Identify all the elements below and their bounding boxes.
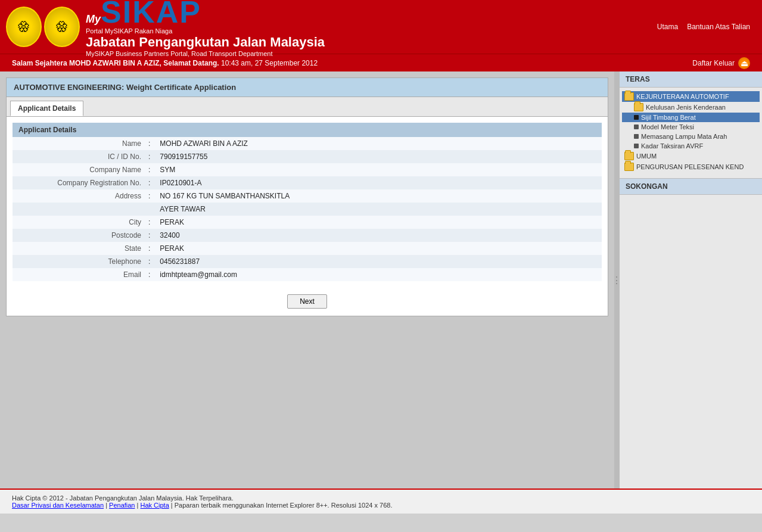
address-value1: NO 167 KG TUN SAMBANTHANSKITLA <box>155 189 602 203</box>
main-layout: AUTOMOTIVE ENGINEERING: Weight Certifica… <box>0 71 762 489</box>
sikap-title-row: My SIKAP <box>86 0 325 27</box>
table-row: Company Registration No. : IP0210901-A <box>13 176 602 189</box>
sikap-brand: My SIKAP Portal MySIKAP Rakan Niaga Jaba… <box>86 0 325 57</box>
name-label: Name <box>13 137 144 150</box>
pengurusan-label: PENGURUSAN PELESENAN KEND <box>636 163 744 170</box>
emblem-1: 🏵 <box>6 7 42 47</box>
bantuan-link[interactable]: Bantuan Atas Talian <box>687 23 750 31</box>
memasang-label: Memasang Lampu Mata Arah <box>641 133 727 140</box>
resize-handle[interactable] <box>614 71 619 489</box>
footer-link-dasar[interactable]: Dasar Privasi dan Keselamatan <box>12 502 104 509</box>
kadar-label: Kadar Taksiran AVRF <box>641 142 703 150</box>
company-reg-label: Company Registration No. <box>13 176 144 189</box>
table-row: Name : MOHD AZWARI BIN A AZIZ <box>13 137 602 150</box>
postcode-label: Postcode <box>13 229 144 242</box>
sidebar-tree: KEJURUTERAAN AUTOMOTIF Kelulusan Jenis K… <box>620 88 762 176</box>
daftar-keluar-label: Daftar Keluar <box>692 59 735 67</box>
header-right: Utama Bantuan Atas Talian <box>657 23 762 31</box>
email-value: idmhtpteam@gmail.com <box>155 268 602 281</box>
sidebar-item-kadar[interactable]: Kadar Taksiran AVRF <box>622 141 760 151</box>
emblem-2: 🏵 <box>44 7 80 47</box>
bullet-icon-sijil <box>634 115 639 120</box>
table-row: Address : NO 167 KG TUN SAMBANTHANSKITLA <box>13 189 602 203</box>
header: 🏵 🏵 My SIKAP Portal MySIKAP Rakan Niaga … <box>0 0 762 54</box>
telephone-label: Telephone <box>13 255 144 268</box>
company-name-value: SYM <box>155 163 602 176</box>
footer-links: Dasar Privasi dan Keselamatan | Penafian… <box>12 502 750 509</box>
daftar-icon: ⏏ <box>738 57 750 69</box>
company-reg-value: IP0210901-A <box>155 176 602 189</box>
state-label: State <box>13 242 144 255</box>
footer-browser-note: | Paparan terbaik menggunakan Internet E… <box>171 502 393 509</box>
footer-link-hakcipta[interactable]: Hak Cipta <box>140 502 169 509</box>
address-label: Address <box>13 189 144 203</box>
footer-copyright: Hak Cipta © 2012 - Jabatan Pengangkutan … <box>12 494 750 502</box>
sidebar: TERAS KEJURUTERAAN AUTOMOTIF Kelulusan J… <box>619 71 762 489</box>
sidebar-item-model[interactable]: Model Meter Teksi <box>622 122 760 132</box>
dept-subtitle: MySIKAP Business Partners Portal, Road T… <box>86 50 325 57</box>
portal-line1: Portal MySIKAP Rakan Niaga <box>86 27 325 35</box>
email-label: Email <box>13 268 144 281</box>
table-row: IC / ID No. : 790919157755 <box>13 150 602 163</box>
form-title: AUTOMOTIVE ENGINEERING: Weight Certifica… <box>7 78 608 97</box>
applicant-data-table: Name : MOHD AZWARI BIN A AZIZ IC / ID No… <box>13 137 602 281</box>
next-button[interactable]: Next <box>287 294 327 309</box>
dept-name: Jabatan Pengangkutan Jalan Malaysia <box>86 35 325 50</box>
name-value: MOHD AZWARI BIN A AZIZ <box>155 137 602 150</box>
section-header: Applicant Details <box>13 123 602 137</box>
table-row: Telephone : 0456231887 <box>13 255 602 268</box>
header-left: 🏵 🏵 My SIKAP Portal MySIKAP Rakan Niaga … <box>0 0 325 57</box>
tabs-bar: Applicant Details <box>7 97 608 117</box>
greeting-text: Salam Sejahtera MOHD AZWARI BIN A AZIZ, … <box>12 59 318 67</box>
sidebar-item-umum[interactable]: UMUM <box>622 151 760 161</box>
table-row: Company Name : SYM <box>13 163 602 176</box>
form-container: AUTOMOTIVE ENGINEERING: Weight Certifica… <box>6 77 608 316</box>
sijil-label: Sijil Timbang Berat <box>641 114 696 121</box>
folder-open-icon <box>624 92 634 101</box>
folder-icon-umum <box>624 152 634 160</box>
postcode-value: 32400 <box>155 229 602 242</box>
greeting-name: Salam Sejahtera MOHD AZWARI BIN A AZIZ, … <box>12 59 219 67</box>
ic-label: IC / ID No. <box>13 150 144 163</box>
company-name-label: Company Name <box>13 163 144 176</box>
content-area: AUTOMOTIVE ENGINEERING: Weight Certifica… <box>0 71 614 489</box>
table-row: City : PERAK <box>13 216 602 229</box>
tab-applicant-details[interactable]: Applicant Details <box>10 101 83 116</box>
bullet-icon-memasang <box>634 134 639 139</box>
my-label: My <box>86 13 101 26</box>
table-row: Email : idmhtpteam@gmail.com <box>13 268 602 281</box>
model-label: Model Meter Teksi <box>641 123 694 130</box>
sidebar-teras-header: TERAS <box>620 71 762 88</box>
next-button-row: Next <box>7 287 608 316</box>
sidebar-item-kejuruteraan[interactable]: KEJURUTERAAN AUTOMOTIF <box>622 91 760 102</box>
state-value: PERAK <box>155 242 602 255</box>
ic-value: 790919157755 <box>155 150 602 163</box>
sidebar-item-pengurusan[interactable]: PENGURUSAN PELESENAN KEND <box>622 161 760 172</box>
applicant-section: Applicant Details Name : MOHD AZWARI BIN… <box>7 117 608 287</box>
table-row: AYER TAWAR <box>13 203 602 216</box>
footer: Hak Cipta © 2012 - Jabatan Pengangkutan … <box>0 489 762 514</box>
daftar-keluar-button[interactable]: Daftar Keluar ⏏ <box>692 57 750 69</box>
utama-link[interactable]: Utama <box>657 23 678 31</box>
datetime: 10:43 am, 27 September 2012 <box>221 59 318 67</box>
footer-link-penafian[interactable]: Penafian <box>109 502 135 509</box>
umum-label: UMUM <box>636 153 657 160</box>
table-row: Postcode : 32400 <box>13 229 602 242</box>
kelulusan-label: Kelulusan Jenis Kenderaan <box>646 104 726 111</box>
address-value2: AYER TAWAR <box>155 203 602 216</box>
sidebar-item-sijil[interactable]: Sijil Timbang Berat <box>622 113 760 122</box>
sikap-label: SIKAP <box>101 0 201 27</box>
folder-icon-kelulusan <box>634 103 643 111</box>
bullet-icon-model <box>634 125 639 129</box>
folder-icon-pengurusan <box>624 163 634 171</box>
sidebar-sokongan-header: SOKONGAN <box>620 178 762 195</box>
logo-emblems: 🏵 🏵 <box>6 7 80 47</box>
city-label: City <box>13 216 144 229</box>
sidebar-item-memasang[interactable]: Memasang Lampu Mata Arah <box>622 132 760 141</box>
sidebar-item-kelulusan[interactable]: Kelulusan Jenis Kenderaan <box>622 102 760 113</box>
kejuruteraan-label: KEJURUTERAAN AUTOMOTIF <box>636 93 729 100</box>
bullet-icon-kadar <box>634 144 639 148</box>
telephone-value: 0456231887 <box>155 255 602 268</box>
city-value: PERAK <box>155 216 602 229</box>
table-row: State : PERAK <box>13 242 602 255</box>
